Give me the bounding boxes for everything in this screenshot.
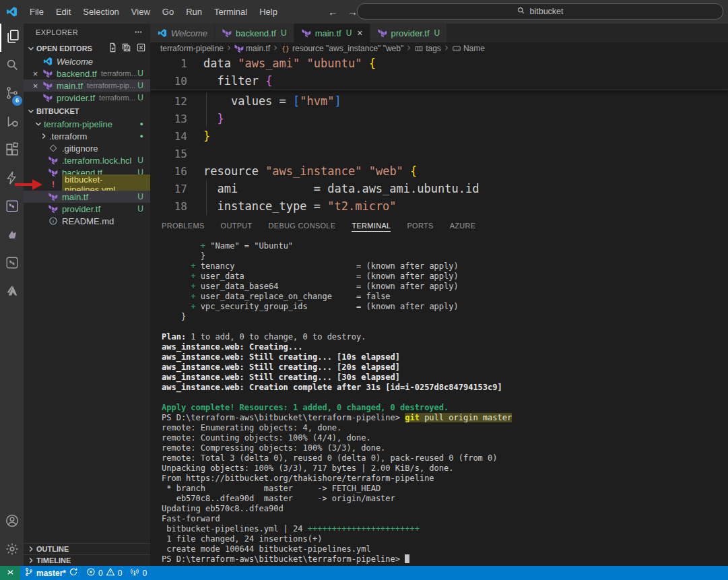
ports-status[interactable]: 0 <box>126 566 151 580</box>
breadcrumb-item[interactable]: tags <box>414 44 441 53</box>
code-editor[interactable]: 1data "aws_ami" "ubuntu" {10 filter { 12… <box>150 55 728 215</box>
section-outline[interactable]: OUTLINE <box>24 543 150 554</box>
menu-run[interactable]: Run <box>180 0 208 24</box>
tree-item--terraform[interactable]: .terraform● <box>24 130 150 142</box>
open-editor-main-tf[interactable]: ×main.tfterraform-pip...U <box>24 79 150 92</box>
close-editor-icon[interactable]: × <box>30 81 40 91</box>
tab-provider-tf[interactable]: provider.tfU <box>370 24 448 42</box>
menu-terminal[interactable]: Terminal <box>208 0 253 24</box>
activity-source-control[interactable]: 6 <box>0 80 24 108</box>
panel-tab-terminal[interactable]: TERMINAL <box>352 222 391 232</box>
terraform-icon <box>48 167 59 178</box>
panel-tab-output[interactable]: OUTPUT <box>221 222 253 231</box>
close-all-editors-icon[interactable] <box>136 42 146 54</box>
code-line-10[interactable]: 10 filter { <box>150 72 728 90</box>
file-name: provider.tf <box>62 204 100 214</box>
terminal-content[interactable]: + "Name" = "Ubuntu" } + tenancy = (known… <box>150 236 728 565</box>
open-editor-backend-tf[interactable]: ×backend.tfterraform...U <box>24 67 150 79</box>
code-line-12[interactable]: 12 values = ["hvm"] <box>150 92 728 110</box>
tree-item--terraform-lock-hcl[interactable]: .terraform.lock.hclU <box>24 154 150 166</box>
terraform-icon <box>234 44 244 53</box>
tree-item-README-md[interactable]: README.md <box>24 215 150 227</box>
editor-description: terraform-pip... <box>87 82 135 90</box>
code-line-13[interactable]: 13 } <box>150 110 728 127</box>
tab-Welcome[interactable]: Welcome <box>150 24 215 42</box>
activity-azure[interactable] <box>0 278 24 307</box>
menu-file[interactable]: File <box>24 0 50 24</box>
bitbucket-section-header[interactable]: BITBUCKET <box>24 104 150 118</box>
branch-status[interactable]: master* <box>20 566 82 580</box>
menu-selection[interactable]: Selection <box>77 0 125 24</box>
activity-terraform-box[interactable] <box>0 193 24 222</box>
extensions-icon <box>5 142 20 160</box>
activity-extensions[interactable] <box>0 137 24 165</box>
panel-tab-ports[interactable]: PORTS <box>407 222 433 231</box>
menu-view[interactable]: View <box>125 0 156 24</box>
code-line-17[interactable]: 17 ami = data.aws_ami.ubuntu.id <box>150 180 728 197</box>
terminal-line <box>162 393 728 403</box>
code-text: values = ["hvm"] <box>203 94 341 108</box>
title-bar: FileEditSelectionViewGoRunTerminalHelp ←… <box>0 0 728 24</box>
terminal-line: Unpacking objects: 100% (3/3), 717 bytes… <box>162 463 728 474</box>
breadcrumb[interactable]: terraform-pipelinemain.tf{}resource "aws… <box>150 42 728 55</box>
terminal-line: + user_data = (known after apply) <box>162 271 728 282</box>
file-name: README.md <box>62 216 114 226</box>
tree-item-main-tf[interactable]: main.tfU <box>24 191 150 203</box>
close-editor-icon[interactable]: × <box>30 69 40 79</box>
terraform-icon <box>48 203 59 214</box>
section-timeline[interactable]: TIMELINE <box>24 554 150 566</box>
code-text: resource "aws_instance" "web" { <box>203 164 417 178</box>
terminal-line: PS D:\terraform-aws\bitbucket\terraform-… <box>162 413 728 423</box>
breadcrumb-item[interactable]: Name <box>452 44 485 53</box>
menu-go[interactable]: Go <box>156 0 180 24</box>
code-line-18[interactable]: 18 instance_type = "t2.micro" <box>150 197 728 215</box>
more-actions-icon[interactable] <box>133 27 143 38</box>
remote-indicator[interactable] <box>0 566 20 580</box>
open-editor-Welcome[interactable]: Welcome <box>24 55 150 67</box>
breadcrumb-item[interactable]: {}resource "aws_instance" "web" <box>281 44 403 53</box>
untracked-badge: U <box>137 156 143 165</box>
activity-search[interactable] <box>0 52 24 80</box>
tab-backend-tf[interactable]: backend.tfU <box>215 24 294 42</box>
activity-terraform-frame[interactable] <box>0 250 24 278</box>
panel-tab-azure[interactable]: AZURE <box>450 222 476 231</box>
open-editors-header[interactable]: OPEN EDITORS <box>24 41 150 55</box>
close-tab-icon[interactable]: × <box>357 28 362 38</box>
terminal-line: aws_instance.web: Creating... <box>162 342 728 352</box>
run-debug-icon <box>5 114 20 131</box>
vscode-icon <box>42 56 53 67</box>
back-arrow-icon[interactable]: ← <box>328 6 338 18</box>
terraform-frame-icon <box>5 255 20 273</box>
tab-main-tf[interactable]: main.tfU× <box>294 24 370 42</box>
tree-item-provider-tf[interactable]: provider.tfU <box>24 203 150 215</box>
menu-edit[interactable]: Edit <box>50 0 77 24</box>
tree-item--gitignore[interactable]: .gitignore <box>24 142 150 154</box>
search-input[interactable]: bitbucket <box>357 3 723 20</box>
code-line-1[interactable]: 1data "aws_ami" "ubuntu" { <box>150 55 728 72</box>
breadcrumb-item[interactable]: terraform-pipeline <box>160 44 224 53</box>
save-all-icon[interactable] <box>122 42 132 54</box>
terraform-icon <box>42 92 53 103</box>
forward-arrow-icon[interactable]: → <box>348 6 358 18</box>
activity-run-debug[interactable] <box>0 108 24 137</box>
new-file-icon[interactable] <box>108 42 118 54</box>
code-line-16[interactable]: 16resource "aws_instance" "web" { <box>150 162 728 180</box>
sticky-scroll: 1data "aws_ami" "ubuntu" {10 filter { <box>150 55 728 90</box>
breadcrumb-item[interactable]: main.tf <box>234 44 270 53</box>
panel-tab-problems[interactable]: PROBLEMS <box>162 222 205 231</box>
problems-status[interactable]: 0 0 <box>82 566 126 580</box>
terraform-icon <box>377 28 388 38</box>
panel-tab-debug-console[interactable]: DEBUG CONSOLE <box>269 222 336 231</box>
open-editor-provider-tf[interactable]: provider.tfterraform...U <box>24 92 150 104</box>
tree-item-terraform-pipeline[interactable]: terraform-pipeline● <box>24 118 150 130</box>
activity-extension-misc[interactable] <box>0 222 24 250</box>
symbol-field-icon <box>452 44 461 53</box>
menu-help[interactable]: Help <box>253 0 284 24</box>
activity-files[interactable] <box>0 24 24 52</box>
activity-account[interactable] <box>0 508 24 536</box>
terminal-line: Updating eb570c8..dfea90d <box>162 504 728 514</box>
code-line-14[interactable]: 14} <box>150 127 728 145</box>
activity-settings-gear[interactable] <box>0 536 24 565</box>
code-line-15[interactable]: 15 <box>150 145 728 162</box>
branch-label: master* <box>36 569 66 578</box>
